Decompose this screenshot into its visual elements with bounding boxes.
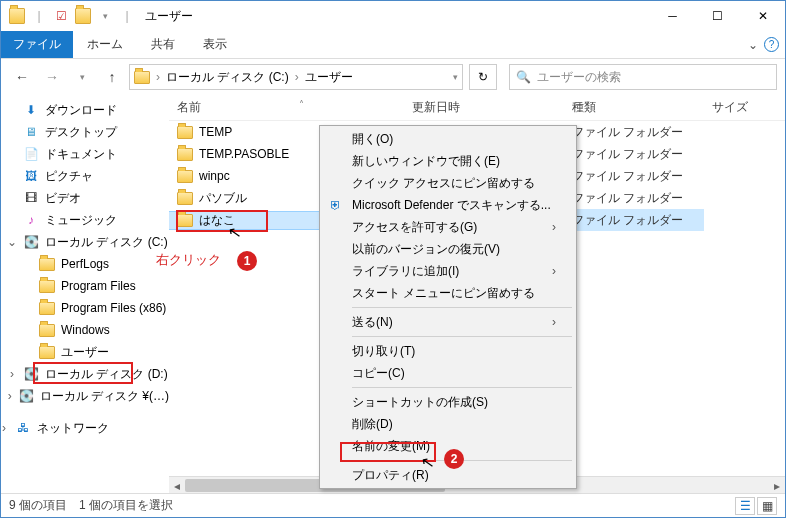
up-button[interactable]: ↑	[99, 64, 125, 90]
status-bar: 9 個の項目 1 個の項目を選択 ☰ ▦	[1, 493, 785, 517]
ctx-separator	[352, 336, 572, 337]
download-icon: ⬇	[23, 102, 39, 118]
qa-check-icon[interactable]: ☑	[53, 8, 69, 24]
disk-icon: 💽	[19, 388, 34, 404]
column-size[interactable]: サイズ	[704, 99, 784, 116]
sidebar-item-programfiles86[interactable]: Program Files (x86)	[1, 297, 169, 319]
folder-icon	[39, 280, 55, 293]
folder-icon	[9, 8, 25, 24]
column-type[interactable]: 種類	[564, 99, 704, 116]
folder-icon	[177, 214, 193, 227]
music-icon: ♪	[23, 212, 39, 228]
scroll-right-icon[interactable]: ▸	[769, 477, 785, 493]
qa-folder-icon[interactable]	[75, 8, 91, 24]
ribbon-expand-icon[interactable]: ⌄	[748, 38, 758, 52]
recent-dropdown[interactable]: ▾	[69, 64, 95, 90]
breadcrumb-c[interactable]: ローカル ディスク (C:)	[166, 69, 289, 86]
folder-icon	[39, 324, 55, 337]
folder-icon	[177, 192, 193, 205]
ctx-open-new-window[interactable]: 新しいウィンドウで開く(E)	[322, 150, 574, 172]
desktop-icon: 🖥	[23, 124, 39, 140]
sidebar-item-localdisk-other[interactable]: ›💽ローカル ディスク ¥(…)	[1, 385, 169, 407]
forward-button[interactable]: →	[39, 64, 65, 90]
chevron-right-icon[interactable]: ›	[293, 70, 301, 84]
annotation-badge-2: 2	[444, 449, 464, 469]
help-icon[interactable]: ?	[764, 37, 779, 52]
expand-icon[interactable]: ›	[1, 421, 9, 435]
scroll-left-icon[interactable]: ◂	[169, 477, 185, 493]
sidebar-item-desktop[interactable]: 🖥デスクトップ	[1, 121, 169, 143]
sidebar-item-videos[interactable]: 🎞ビデオ	[1, 187, 169, 209]
navigation-pane[interactable]: ⬇ダウンロード 🖥デスクトップ 📄ドキュメント 🖼ピクチャ 🎞ビデオ ♪ミュージ…	[1, 95, 169, 493]
column-headers: 名前 更新日時 種類 サイズ	[169, 95, 785, 121]
annotation-right-click-label: 右クリック	[156, 251, 221, 269]
sidebar-item-programfiles[interactable]: Program Files	[1, 275, 169, 297]
search-icon: 🔍	[516, 70, 531, 84]
close-button[interactable]: ✕	[740, 1, 785, 31]
sidebar-item-pictures[interactable]: 🖼ピクチャ	[1, 165, 169, 187]
ctx-copy[interactable]: コピー(C)	[322, 362, 574, 384]
tab-home[interactable]: ホーム	[73, 31, 137, 58]
ctx-delete[interactable]: 削除(D)	[322, 413, 574, 435]
chevron-right-icon[interactable]: ›	[154, 70, 162, 84]
tab-share[interactable]: 共有	[137, 31, 189, 58]
search-input[interactable]: 🔍 ユーザーの検索	[509, 64, 777, 90]
ctx-restore-previous[interactable]: 以前のバージョンの復元(V)	[322, 238, 574, 260]
sidebar-item-windows[interactable]: Windows	[1, 319, 169, 341]
context-menu: 開く(O) 新しいウィンドウで開く(E) クイック アクセスにピン留めする ⛨M…	[319, 125, 577, 489]
ctx-separator	[352, 307, 572, 308]
nav-bar: ← → ▾ ↑ › ローカル ディスク (C:) › ユーザー ▾ ↻ 🔍 ユー…	[1, 59, 785, 95]
title-bar: | ☑ ▾ | ユーザー ─ ☐ ✕	[1, 1, 785, 31]
expand-icon[interactable]: ›	[7, 389, 13, 403]
qa-dropdown-icon[interactable]: ▾	[97, 8, 113, 24]
maximize-button[interactable]: ☐	[695, 1, 740, 31]
sidebar-item-downloads[interactable]: ⬇ダウンロード	[1, 99, 169, 121]
ctx-add-to-library[interactable]: ライブラリに追加(I)›	[322, 260, 574, 282]
sidebar-item-perflogs[interactable]: PerfLogs	[1, 253, 169, 275]
status-item-count: 9 個の項目	[9, 497, 67, 514]
folder-icon	[39, 302, 55, 315]
back-button[interactable]: ←	[9, 64, 35, 90]
ctx-cut[interactable]: 切り取り(T)	[322, 340, 574, 362]
ribbon-tabs: ファイル ホーム 共有 表示 ⌄ ?	[1, 31, 785, 59]
collapse-icon[interactable]: ⌄	[7, 235, 17, 249]
address-folder-icon	[134, 71, 150, 84]
disk-icon: 💽	[23, 366, 39, 382]
ctx-grant-access[interactable]: アクセスを許可する(G)›	[322, 216, 574, 238]
ctx-defender-scan[interactable]: ⛨Microsoft Defender でスキャンする...	[322, 194, 574, 216]
sidebar-item-users[interactable]: ユーザー	[1, 341, 169, 363]
sidebar-item-music[interactable]: ♪ミュージック	[1, 209, 169, 231]
sidebar-item-localdisk-d[interactable]: ›💽ローカル ディスク (D:)	[1, 363, 169, 385]
folder-icon	[177, 126, 193, 139]
address-dropdown-icon[interactable]: ▾	[453, 72, 458, 82]
ctx-separator	[352, 387, 572, 388]
qa-sep: |	[31, 8, 47, 24]
sidebar-item-documents[interactable]: 📄ドキュメント	[1, 143, 169, 165]
picture-icon: 🖼	[23, 168, 39, 184]
column-date[interactable]: 更新日時	[404, 99, 564, 116]
column-name[interactable]: 名前	[169, 99, 404, 116]
network-icon: 🖧	[15, 420, 31, 436]
icons-view-button[interactable]: ▦	[757, 497, 777, 515]
minimize-button[interactable]: ─	[650, 1, 695, 31]
folder-icon	[177, 148, 193, 161]
annotation-badge-1: 1	[237, 251, 257, 271]
sidebar-item-network[interactable]: ›🖧ネットワーク	[1, 417, 169, 439]
details-view-button[interactable]: ☰	[735, 497, 755, 515]
submenu-arrow-icon: ›	[552, 315, 556, 329]
folder-icon	[39, 258, 55, 271]
refresh-button[interactable]: ↻	[469, 64, 497, 90]
search-placeholder: ユーザーの検索	[537, 69, 621, 86]
address-bar[interactable]: › ローカル ディスク (C:) › ユーザー ▾	[129, 64, 463, 90]
ctx-pin-start[interactable]: スタート メニューにピン留めする	[322, 282, 574, 304]
tab-file[interactable]: ファイル	[1, 31, 73, 58]
sidebar-item-localdisk-c[interactable]: ⌄💽ローカル ディスク (C:)	[1, 231, 169, 253]
breadcrumb-users[interactable]: ユーザー	[305, 69, 353, 86]
expand-icon[interactable]: ›	[7, 367, 17, 381]
ctx-open[interactable]: 開く(O)	[322, 128, 574, 150]
tab-view[interactable]: 表示	[189, 31, 241, 58]
ctx-send-to[interactable]: 送る(N)›	[322, 311, 574, 333]
status-selected: 1 個の項目を選択	[79, 497, 173, 514]
ctx-create-shortcut[interactable]: ショートカットの作成(S)	[322, 391, 574, 413]
ctx-pin-quick-access[interactable]: クイック アクセスにピン留めする	[322, 172, 574, 194]
